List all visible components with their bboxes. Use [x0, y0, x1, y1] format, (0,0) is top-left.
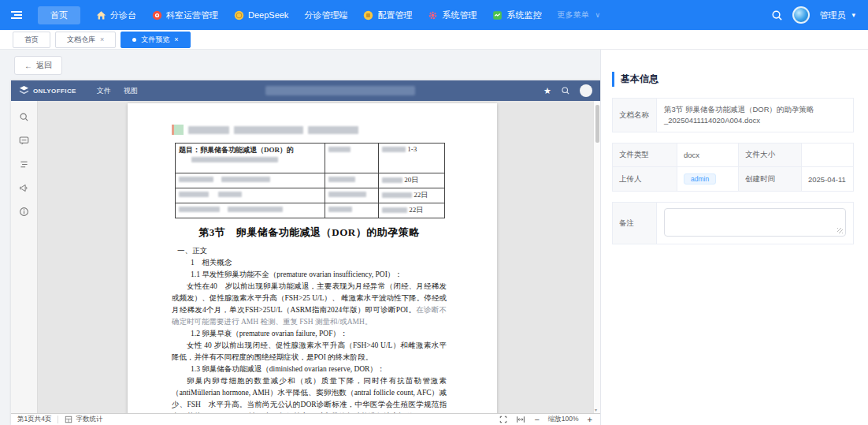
doc-name-row: 文档名称 第3节 卵巢储备功能减退（DOR）的助孕策略_202504111140… [612, 98, 854, 132]
doc-name-label: 文档名称 [613, 99, 657, 132]
oo-about-icon[interactable] [19, 207, 29, 217]
menu-fold-icon[interactable] [11, 11, 22, 19]
uploader-badge: admin [684, 173, 716, 185]
onlyoffice-header: ONLYOFFICE 文件 视图 ★ [11, 80, 600, 101]
nav-item-triage-desk[interactable]: 分诊台 [96, 9, 136, 21]
redacted-header-line [172, 125, 447, 135]
chevron-down-icon: ∨ [595, 11, 600, 19]
file-size-label: 文件大小 [739, 144, 802, 167]
created-value: 2025-04-11 [802, 167, 853, 191]
remark-row: 备注 [612, 202, 854, 244]
nav-item-more-menus[interactable]: 更多菜单 ∨ [557, 9, 600, 21]
oo-comments-icon[interactable] [19, 136, 29, 146]
caret-down-icon: ▾ [851, 11, 855, 19]
doc-name-value: 第3节 卵巢储备功能减退（DOR）的助孕策略_20250411114020A00… [657, 99, 853, 132]
department-ops-icon [152, 10, 162, 21]
document-page: 题目：卵巢储备功能减退（DOR）的 1-3 20日 [128, 103, 497, 413]
file-type-label: 文件类型 [613, 144, 677, 167]
home-icon [96, 10, 106, 21]
onlyoffice-logo-icon [19, 86, 29, 95]
arrow-left-icon: ← [24, 62, 32, 70]
word-count-button[interactable]: 字数统计 [65, 415, 102, 424]
nav-item-config-mgmt[interactable]: 配置管理 [363, 9, 412, 21]
oo-user-avatar[interactable] [580, 84, 592, 97]
tab-home[interactable]: 首页 [13, 32, 50, 48]
fit-page-icon[interactable] [499, 416, 507, 423]
active-dot [132, 38, 136, 42]
doc-table-title: 题目：卵巢储备功能减退（DOR）的 [179, 145, 321, 155]
created-label: 创建时间 [739, 167, 802, 191]
favorite-star-icon[interactable]: ★ [543, 86, 551, 96]
nav-item-dept-ops[interactable]: 科室运营管理 [152, 9, 218, 21]
top-navbar: 首页 分诊台 科室运营管理 DeepSeek 分诊管理端 配置管理 系统管理 系… [0, 0, 868, 30]
remark-label: 备注 [613, 203, 657, 244]
tab-file-preview[interactable]: 文件预览 × [121, 32, 190, 48]
close-icon[interactable]: × [100, 35, 104, 43]
close-icon[interactable]: × [174, 35, 178, 43]
tab-doc-warehouse[interactable]: 文档仓库 × [55, 32, 116, 48]
user-avatar[interactable] [792, 6, 810, 24]
oo-menu-file[interactable]: 文件 [97, 86, 111, 96]
search-icon[interactable] [771, 9, 783, 21]
oo-left-toolbar [11, 101, 38, 413]
file-meta-table: 文件类型 docx 文件大小 上传人 admin 创建时间 2025-04-11 [612, 143, 854, 192]
zoom-level[interactable]: 缩放100% [548, 415, 579, 424]
zoom-in-button[interactable]: + [588, 416, 592, 424]
remark-textarea[interactable] [664, 208, 846, 237]
nav-home-button[interactable]: 首页 [38, 6, 80, 24]
gear-icon [428, 10, 438, 21]
document-heading: 第3节 卵巢储备功能减退（DOR）的助孕策略 [172, 226, 447, 240]
config-icon [363, 10, 373, 21]
onlyoffice-brand: ONLYOFFICE [19, 86, 76, 95]
document-info-table: 题目：卵巢储备功能减退（DOR）的 1-3 20日 [175, 143, 445, 218]
basic-info-panel: 基本信息 文档名称 第3节 卵巢储备功能减退（DOR）的助孕策略_2025041… [600, 50, 868, 425]
fit-width-icon[interactable] [516, 416, 525, 423]
back-button[interactable]: ← 返回 [14, 56, 62, 75]
oo-search-icon[interactable] [561, 86, 570, 95]
file-size-value [802, 144, 853, 167]
page-indicator: 第1页共4页 [17, 415, 51, 424]
document-title-redacted [265, 86, 415, 95]
nav-item-triage-mgmt[interactable]: 分诊管理端 [304, 9, 347, 21]
document-scrollbar[interactable]: ▾ [593, 101, 600, 413]
user-menu[interactable]: 管理员 ▾ [819, 9, 855, 21]
monitor-icon [492, 10, 503, 21]
oo-headings-icon[interactable] [19, 159, 29, 170]
zoom-out-button[interactable]: − [534, 416, 539, 424]
nav-item-deepseek[interactable]: DeepSeek [234, 10, 288, 21]
oo-status-bar: 第1页共4页 字数统计 − 缩放100% + [11, 413, 600, 425]
oo-search-panel-icon[interactable] [19, 112, 29, 122]
document-body: 一、正文 1 相关概念 1.1 早发性卵巢功能不全（premature ovar… [172, 245, 447, 413]
panel-title: 基本信息 [612, 72, 854, 87]
nav-item-system-monitor[interactable]: 系统监控 [492, 9, 541, 21]
oo-menu-view[interactable]: 视图 [124, 86, 138, 96]
document-canvas[interactable]: 题目：卵巢储备功能减退（DOR）的 1-3 20日 [38, 101, 600, 413]
oo-feedback-icon[interactable] [19, 183, 29, 193]
scroll-down-icon[interactable]: ▾ [595, 407, 597, 412]
file-type-value: docx [677, 144, 739, 167]
deepseek-icon [234, 10, 244, 21]
uploader-label: 上传人 [613, 167, 677, 191]
scrollbar-thumb[interactable] [595, 105, 599, 143]
tab-bar: 首页 文档仓库 × 文件预览 × [0, 30, 868, 50]
nav-item-system-mgmt[interactable]: 系统管理 [428, 9, 477, 21]
word-count-icon [65, 416, 72, 423]
onlyoffice-viewer: ONLYOFFICE 文件 视图 ★ [11, 80, 600, 425]
